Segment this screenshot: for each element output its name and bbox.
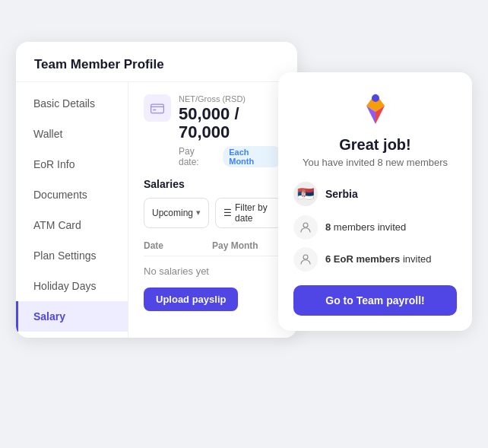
sidebar-item-basic-details[interactable]: Basic Details <box>16 88 128 119</box>
pay-date-row: Pay date: Each Month <box>179 146 282 167</box>
members-label: members invited <box>334 221 406 233</box>
upcoming-label: Upcoming <box>152 208 193 218</box>
sidebar-item-plan-settings[interactable]: Plan Settings <box>16 240 128 271</box>
card-body: Basic Details Wallet EoR Info Documents … <box>16 82 297 338</box>
main-card: Team Member Profile Basic Details Wallet… <box>16 42 297 338</box>
net-gross-amount: 50,000 / 70,000 <box>179 105 282 141</box>
salary-content: NET/Gross (RSD) 50,000 / 70,000 Pay date… <box>128 82 297 338</box>
svg-point-5 <box>372 94 379 102</box>
svg-rect-0 <box>151 104 164 113</box>
chevron-down-icon: ▾ <box>196 208 201 218</box>
members-invited-row: 8 members invited <box>293 215 457 240</box>
svg-rect-1 <box>153 109 156 110</box>
filter-by-date-btn[interactable]: ☰ Filter by date <box>215 198 282 228</box>
country-row: 🇷🇸 Serbia <box>293 182 457 206</box>
salaries-title: Salaries <box>144 178 282 190</box>
sidebar-item-wallet[interactable]: Wallet <box>16 119 128 149</box>
filter-by-date-label: Filter by date <box>235 202 274 224</box>
upcoming-filter[interactable]: Upcoming ▾ <box>144 198 209 228</box>
scene: Team Member Profile Basic Details Wallet… <box>16 27 472 422</box>
eor-members-text: 6 EoR members invited <box>325 253 431 265</box>
filter-icon: ☰ <box>223 208 232 218</box>
eor-members-row: 6 EoR members invited <box>293 247 457 272</box>
pay-date-label: Pay date: <box>179 146 217 167</box>
eor-label: EoR members invited <box>334 253 432 265</box>
sidebar-item-documents[interactable]: Documents <box>16 180 128 210</box>
salaries-section: Salaries Upcoming ▾ ☰ Filter by date Dat… <box>144 178 282 311</box>
go-to-payroll-button[interactable]: Go to Team payroll! <box>293 285 457 316</box>
col-date: Date <box>144 240 212 251</box>
right-card: Great job! You have invited 8 new member… <box>278 72 472 331</box>
col-pay-month: Pay Month <box>212 240 258 251</box>
great-job-sub: You have invited 8 new members <box>303 157 448 168</box>
sidebar-item-holiday-days[interactable]: Holiday Days <box>16 271 128 301</box>
country-name: Serbia <box>325 188 358 200</box>
logo-icon <box>357 91 394 127</box>
net-gross-label: NET/Gross (RSD) <box>179 94 282 103</box>
sidebar-item-salary[interactable]: Salary <box>16 301 128 332</box>
sidebar-item-eor-info[interactable]: EoR Info <box>16 149 128 180</box>
upload-payslip-button[interactable]: Upload payslip <box>144 288 238 311</box>
members-icon <box>293 215 318 240</box>
great-job-title: Great job! <box>339 136 410 154</box>
eor-suffix: invited <box>403 253 432 265</box>
svg-point-6 <box>303 223 308 227</box>
sidebar: Basic Details Wallet EoR Info Documents … <box>16 82 128 338</box>
eor-count: 6 <box>325 253 331 265</box>
filters-row: Upcoming ▾ ☰ Filter by date <box>144 198 282 228</box>
salary-icon <box>144 94 171 122</box>
pay-date-badge: Each Month <box>223 146 282 167</box>
card-title: Team Member Profile <box>16 42 297 82</box>
eor-icon <box>293 247 318 272</box>
no-salaries-text: No salaries yet <box>144 265 282 277</box>
salary-info: NET/Gross (RSD) 50,000 / 70,000 Pay date… <box>179 94 282 167</box>
sidebar-item-atm-card[interactable]: ATM Card <box>16 210 128 240</box>
members-invited-text: 8 members invited <box>325 221 406 233</box>
serbia-flag: 🇷🇸 <box>293 182 318 206</box>
members-count: 8 <box>325 221 331 233</box>
eor-label-strong: EoR members <box>334 253 400 265</box>
salary-header: NET/Gross (RSD) 50,000 / 70,000 Pay date… <box>144 94 282 167</box>
svg-point-7 <box>303 255 308 259</box>
table-header: Date Pay Month <box>144 237 282 256</box>
